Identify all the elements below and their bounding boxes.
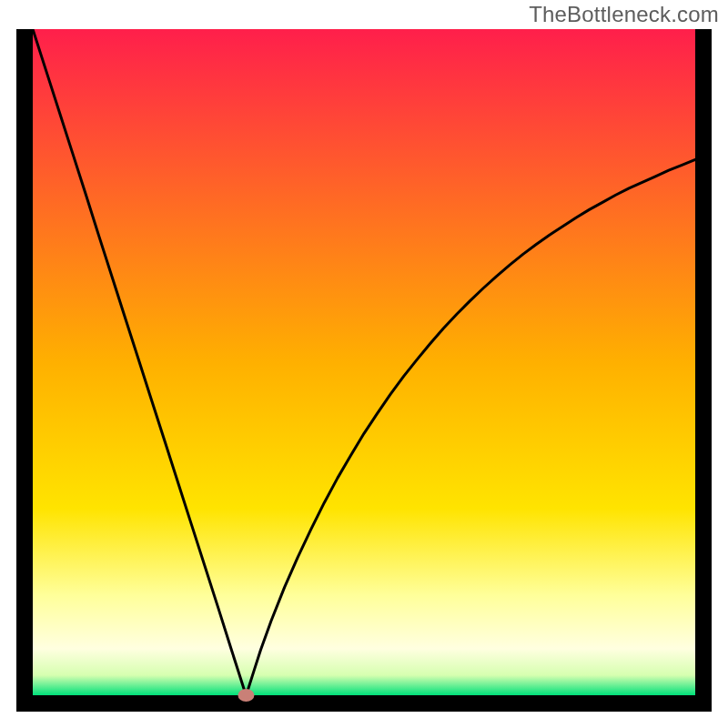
watermark-label: TheBottleneck.com xyxy=(529,2,719,27)
minimum-marker xyxy=(238,689,254,702)
chart-svg xyxy=(16,29,712,712)
plot-area xyxy=(16,29,712,712)
heat-background xyxy=(33,29,695,695)
chart-frame: TheBottleneck.com xyxy=(0,0,728,728)
